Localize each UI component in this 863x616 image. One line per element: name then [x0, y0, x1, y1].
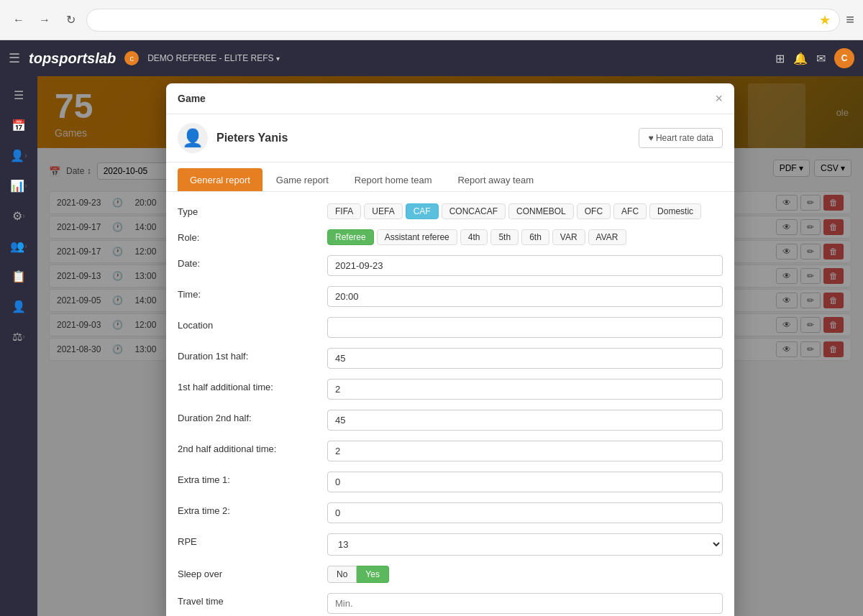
tag-assistant-referee[interactable]: Assistant referee	[377, 229, 457, 245]
refresh-button[interactable]: ↻	[60, 10, 81, 30]
topbar-grid-icon[interactable]: ⊞	[775, 52, 785, 65]
demo-chevron-icon: ▾	[276, 55, 280, 63]
address-bar[interactable]: ★	[86, 9, 840, 32]
tag-referee[interactable]: Referee	[327, 229, 374, 245]
topbar-avatar[interactable]: C	[834, 48, 854, 68]
modal-close-button[interactable]: ×	[715, 92, 723, 105]
back-button[interactable]: ←	[9, 10, 29, 30]
form-row-duration-1st: Duration 1st half:	[178, 348, 723, 369]
time-input[interactable]	[327, 286, 723, 307]
tag-conmebol[interactable]: CONMEBOL	[508, 203, 574, 219]
tag-var[interactable]: VAR	[552, 229, 585, 245]
extra-time-2-label: Extra time 2:	[178, 502, 321, 516]
tab-report-away-team[interactable]: Report away team	[445, 168, 546, 191]
sidebar-item-profile[interactable]: 👤	[6, 293, 32, 319]
type-tag-group: FIFA UEFA CAF CONCACAF CONMEBOL OFC AFC …	[327, 203, 723, 219]
sidebar-item-menu[interactable]: ☰	[6, 82, 32, 108]
sidebar-item-users[interactable]: 👥›	[6, 233, 32, 259]
tab-report-home-team[interactable]: Report home team	[342, 168, 444, 191]
additional-2nd-label: 2nd half additional time:	[178, 441, 321, 454]
tag-5th[interactable]: 5th	[490, 229, 519, 245]
form-row-travel-time: Travel time	[178, 593, 723, 614]
browser-menu-icon[interactable]: ≡	[846, 12, 854, 28]
form-row-time: Time:	[178, 286, 723, 307]
extra-time-1-input[interactable]	[327, 472, 723, 492]
sidebar-item-legal[interactable]: ⚖›	[6, 323, 32, 349]
tab-general-report[interactable]: General report	[178, 168, 262, 191]
bookmark-star-icon[interactable]: ★	[819, 12, 831, 28]
tag-4th[interactable]: 4th	[460, 229, 488, 245]
tag-domestic[interactable]: Domestic	[649, 203, 701, 219]
modal-header: Game ×	[166, 83, 734, 114]
sidebar-item-calendar[interactable]: 📅	[6, 112, 32, 138]
sleep-over-no-button[interactable]: No	[327, 566, 357, 583]
form-row-additional-2nd: 2nd half additional time:	[178, 441, 723, 461]
tag-afc[interactable]: AFC	[613, 203, 647, 219]
modal-tabs: General report Game report Report home t…	[166, 162, 734, 192]
topbar-bell-icon[interactable]: 🔔	[793, 52, 808, 65]
form-row-extra-1: Extra time 1:	[178, 472, 723, 492]
form-row-role: Role: Referee Assistant referee 4th 5th …	[178, 229, 723, 245]
duration-1st-control	[327, 348, 723, 369]
demo-label[interactable]: DEMO REFEREE - ELITE REFS ▾	[147, 53, 280, 63]
time-label: Time:	[178, 286, 321, 300]
tag-6th[interactable]: 6th	[521, 229, 549, 245]
sleep-over-control: No Yes	[327, 566, 723, 583]
modal-overlay[interactable]: Game × 👤 Pieters Yanis ♥ Heart rate data…	[37, 76, 863, 616]
role-label: Role:	[178, 229, 321, 243]
extra-time-2-control	[327, 502, 723, 523]
form-row-additional-1st: 1st half additional time:	[178, 379, 723, 400]
rpe-select[interactable]: 1234 5678 9101112 131415 1617181920	[327, 533, 723, 556]
sidebar: ☰ 📅 👤› 📊› ⚙› 👥› 📋 👤 ⚖›	[0, 76, 37, 616]
hamburger-icon[interactable]: ☰	[9, 50, 20, 66]
type-label: Type	[178, 203, 321, 217]
sleep-over-label: Sleep over	[178, 566, 321, 579]
tag-concacaf[interactable]: CONCACAF	[442, 203, 506, 219]
travel-time-input[interactable]	[327, 593, 723, 614]
tag-caf[interactable]: CAF	[406, 203, 439, 219]
form-row-date: Date:	[178, 255, 723, 276]
sidebar-item-user[interactable]: 👤›	[6, 142, 32, 168]
sidebar-item-settings[interactable]: ⚙›	[6, 203, 32, 229]
extra-time-1-label: Extra time 1:	[178, 472, 321, 485]
tag-avar[interactable]: AVAR	[588, 229, 626, 245]
app-shell: ☰ topsportslab c DEMO REFEREE - ELITE RE…	[0, 40, 863, 616]
sidebar-item-chart[interactable]: 📊›	[6, 173, 32, 198]
travel-time-control	[327, 593, 723, 614]
user-avatar: 👤	[178, 123, 208, 153]
topbar-mail-icon[interactable]: ✉	[816, 52, 826, 65]
duration-2nd-control	[327, 410, 723, 431]
date-input[interactable]	[327, 255, 723, 276]
form-row-extra-2: Extra time 2:	[178, 502, 723, 523]
duration-2nd-label: Duration 2nd half:	[178, 410, 321, 423]
form-row-duration-2nd: Duration 2nd half:	[178, 410, 723, 431]
app-topbar: ☰ topsportslab c DEMO REFEREE - ELITE RE…	[0, 40, 863, 76]
tab-game-report[interactable]: Game report	[264, 168, 341, 191]
user-name: Pieters Yanis	[216, 132, 288, 144]
location-input[interactable]	[327, 317, 723, 338]
tag-uefa[interactable]: UEFA	[364, 203, 402, 219]
heart-rate-button[interactable]: ♥ Heart rate data	[639, 128, 723, 148]
travel-time-label: Travel time	[178, 593, 321, 607]
tag-ofc[interactable]: OFC	[577, 203, 611, 219]
time-control	[327, 286, 723, 307]
duration-2nd-input[interactable]	[327, 410, 723, 431]
sidebar-item-reports[interactable]: 📋	[6, 263, 32, 289]
extra-time-2-input[interactable]	[327, 502, 723, 523]
modal-title: Game	[178, 93, 206, 104]
additional-1st-input[interactable]	[327, 379, 723, 400]
app-logo: topsportslab	[29, 50, 116, 67]
tag-fifa[interactable]: FIFA	[327, 203, 361, 219]
date-control	[327, 255, 723, 276]
sleep-over-yes-button[interactable]: Yes	[357, 566, 389, 583]
form-row-rpe: RPE 1234 5678 9101112 131415 1617181920	[178, 533, 723, 556]
duration-1st-input[interactable]	[327, 348, 723, 369]
topbar-right: ⊞ 🔔 ✉ C	[775, 48, 854, 68]
location-control	[327, 317, 723, 338]
forward-button[interactable]: →	[35, 10, 55, 30]
form-row-sleep-over: Sleep over No Yes	[178, 566, 723, 583]
role-tag-group: Referee Assistant referee 4th 5th 6th VA…	[327, 229, 723, 245]
extra-time-1-control	[327, 472, 723, 492]
modal-body: Type FIFA UEFA CAF CONCACAF CONMEBOL OFC…	[166, 192, 734, 616]
additional-2nd-input[interactable]	[327, 441, 723, 461]
